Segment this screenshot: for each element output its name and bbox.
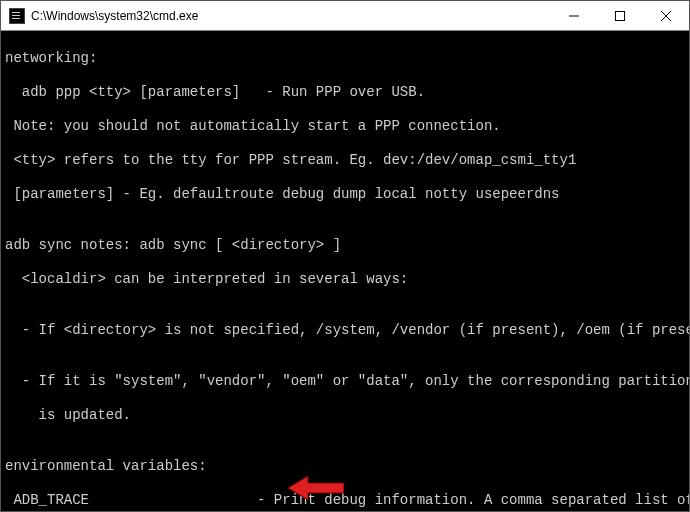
terminal-line: networking: bbox=[5, 50, 689, 67]
terminal-line: adb sync notes: adb sync [ <directory> ] bbox=[5, 237, 689, 254]
maximize-button[interactable] bbox=[597, 1, 643, 31]
terminal-output[interactable]: networking: adb ppp <tty> [parameters] -… bbox=[1, 31, 689, 511]
terminal-line: [parameters] - Eg. defaultroute debug du… bbox=[5, 186, 689, 203]
cmd-window: C:\Windows\system32\cmd.exe networking: … bbox=[0, 0, 690, 512]
window-title: C:\Windows\system32\cmd.exe bbox=[31, 9, 198, 23]
terminal-line: <tty> refers to the tty for PPP stream. … bbox=[5, 152, 689, 169]
cmd-icon bbox=[9, 8, 25, 24]
terminal-line: Note: you should not automatically start… bbox=[5, 118, 689, 135]
terminal-line: - If it is "system", "vendor", "oem" or … bbox=[5, 373, 689, 390]
terminal-line: environmental variables: bbox=[5, 458, 689, 475]
terminal-line: <localdir> can be interpreted in several… bbox=[5, 271, 689, 288]
terminal-line: - If <directory> is not specified, /syst… bbox=[5, 322, 689, 339]
terminal-line: adb ppp <tty> [parameters] - Run PPP ove… bbox=[5, 84, 689, 101]
minimize-button[interactable] bbox=[551, 1, 597, 31]
terminal-line: is updated. bbox=[5, 407, 689, 424]
svg-rect-0 bbox=[616, 11, 625, 20]
titlebar[interactable]: C:\Windows\system32\cmd.exe bbox=[1, 1, 689, 31]
terminal-line: ADB_TRACE - Print debug information. A c… bbox=[5, 492, 689, 509]
close-button[interactable] bbox=[643, 1, 689, 31]
